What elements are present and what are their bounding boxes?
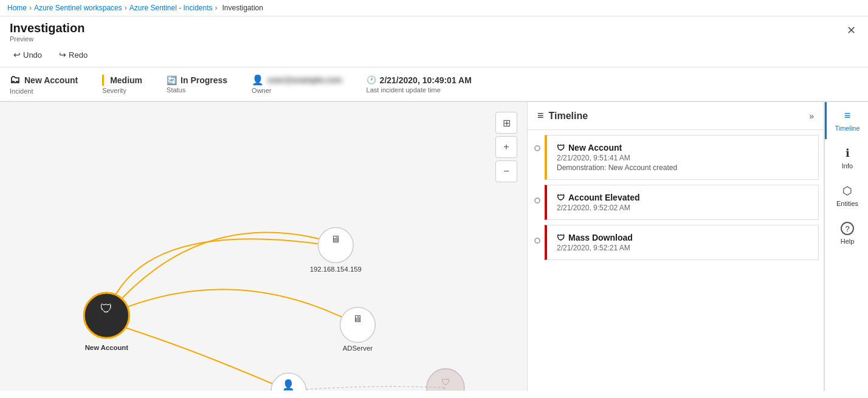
incident-severity: Medium Severity bbox=[102, 75, 142, 94]
breadcrumb-workspaces[interactable]: Azure Sentinel workspaces bbox=[34, 4, 122, 12]
sidebar-item-help[interactable]: ? Help bbox=[825, 214, 868, 252]
graph-controls: ⊞ + − bbox=[495, 112, 517, 182]
incident-type-value: New Account bbox=[24, 75, 78, 85]
breadcrumb: Home › Azure Sentinel workspaces › Azure… bbox=[0, 0, 868, 16]
breadcrumb-current: Investigation bbox=[222, 4, 263, 12]
zoom-in-button[interactable]: + bbox=[495, 136, 517, 158]
incident-severity-value: Medium bbox=[110, 75, 142, 85]
info-nav-icon: ℹ bbox=[846, 146, 850, 160]
svg-text:New Account: New Account bbox=[85, 344, 129, 351]
sidebar-item-info[interactable]: ℹ Info bbox=[825, 139, 868, 177]
shield-icon: 🛡 bbox=[557, 143, 565, 153]
timeline-item-content: 🛡 New Account 2/21/2020, 9:51:41 AM Demo… bbox=[557, 143, 808, 172]
sidebar-item-entities-label: Entities bbox=[836, 200, 858, 207]
side-nav: ≡ Timeline ℹ Info ⬡ Entities ? Help bbox=[824, 102, 868, 391]
toolbar: ↩ Undo ↪ Redo bbox=[0, 45, 868, 67]
right-panel: ≡ Timeline » 🛡 New Account bbox=[528, 102, 868, 391]
breadcrumb-incidents[interactable]: Azure Sentinel - Incidents bbox=[129, 4, 213, 12]
timeline-dot bbox=[534, 145, 540, 151]
timeline-dot bbox=[534, 238, 540, 244]
incident-owner-value: user@example.com bbox=[267, 75, 342, 84]
timeline-item-title-text: New Account bbox=[568, 143, 622, 153]
redo-label: Redo bbox=[69, 50, 88, 60]
timeline-item-title-text: Account Elevated bbox=[568, 193, 639, 202]
timeline-panel: ≡ Timeline » 🛡 New Account bbox=[528, 102, 824, 391]
incident-time-value: 2/21/2020, 10:49:01 AM bbox=[380, 75, 472, 85]
severity-bar bbox=[102, 75, 104, 86]
timeline-item[interactable]: 🛡 New Account 2/21/2020, 9:51:41 AM Demo… bbox=[545, 135, 819, 180]
shield-icon: 🛡 bbox=[557, 233, 565, 242]
incident-owner-label: Owner bbox=[252, 87, 342, 94]
zoom-in-icon: + bbox=[503, 142, 509, 153]
incident-type-label: Incident bbox=[10, 87, 78, 95]
svg-point-1 bbox=[84, 293, 129, 338]
timeline-item-content: 🛡 Account Elevated 2/21/2020, 9:52:02 AM bbox=[557, 193, 808, 212]
timeline-title-text: Timeline bbox=[549, 111, 588, 122]
timeline-list-wrap: 🛡 New Account 2/21/2020, 9:51:41 AM Demo… bbox=[528, 130, 824, 391]
svg-point-7 bbox=[340, 307, 375, 343]
incident-bar: 🗂 New Account Incident Medium Severity 🔄… bbox=[0, 67, 868, 102]
svg-text:🛡: 🛡 bbox=[441, 377, 450, 387]
redo-button[interactable]: ↪ Redo bbox=[55, 47, 91, 62]
incident-status: 🔄 In Progress Status bbox=[167, 75, 227, 94]
graph-area: 🛡 New Account 🖥 192.168.154.159 🖥 ADServ… bbox=[0, 102, 528, 391]
owner-icon: 👤 bbox=[252, 74, 264, 86]
sidebar-item-entities[interactable]: ⬡ Entities bbox=[825, 177, 868, 214]
timeline-item-title-text: Mass Download bbox=[568, 233, 633, 242]
svg-text:🖥: 🖥 bbox=[331, 233, 341, 245]
timeline-dot bbox=[534, 197, 540, 204]
timeline-header: ≡ Timeline » bbox=[528, 102, 824, 130]
shield-icon: 🛡 bbox=[557, 193, 565, 202]
graph-svg: 🛡 New Account 🖥 192.168.154.159 🖥 ADServ… bbox=[0, 102, 527, 391]
breadcrumb-home[interactable]: Home bbox=[7, 4, 27, 12]
timeline-item-time: 2/21/2020, 9:52:02 AM bbox=[557, 204, 808, 212]
expand-button[interactable]: ⊞ bbox=[495, 112, 517, 134]
incident-severity-label: Severity bbox=[102, 87, 142, 94]
time-icon: 🕐 bbox=[367, 75, 376, 84]
sidebar-item-info-label: Info bbox=[842, 162, 853, 170]
timeline-title: ≡ Timeline bbox=[537, 109, 588, 122]
redo-icon: ↪ bbox=[59, 50, 66, 60]
expand-icon: ⊞ bbox=[503, 117, 511, 129]
undo-button[interactable]: ↩ Undo bbox=[10, 47, 46, 62]
svg-text:🖥: 🖥 bbox=[353, 313, 363, 324]
incident-status-label: Status bbox=[167, 86, 227, 94]
incident-status-value: In Progress bbox=[181, 75, 227, 85]
svg-text:🛡: 🛡 bbox=[100, 301, 113, 315]
incident-time-label: Last incident update time bbox=[367, 86, 472, 94]
title-area: Investigation Preview bbox=[10, 21, 84, 43]
timeline-item-time: 2/21/2020, 9:52:21 AM bbox=[557, 244, 808, 252]
svg-text:ADServer: ADServer bbox=[343, 345, 373, 352]
title-bar: Investigation Preview ✕ bbox=[0, 16, 868, 45]
zoom-out-icon: − bbox=[503, 166, 509, 177]
sidebar-item-timeline[interactable]: ≡ Timeline bbox=[825, 102, 868, 139]
incident-type-icon: 🗂 bbox=[10, 74, 21, 86]
zoom-out-button[interactable]: − bbox=[495, 160, 517, 182]
sidebar-item-timeline-label: Timeline bbox=[835, 125, 859, 132]
close-button[interactable]: ✕ bbox=[844, 21, 858, 39]
entities-nav-icon: ⬡ bbox=[842, 184, 852, 197]
undo-label: Undo bbox=[23, 50, 42, 60]
page-title: Investigation bbox=[10, 21, 84, 35]
preview-label: Preview bbox=[10, 35, 84, 43]
status-icon: 🔄 bbox=[167, 75, 177, 85]
help-nav-icon: ? bbox=[841, 222, 854, 235]
svg-point-4 bbox=[318, 228, 353, 263]
timeline-list: 🛡 New Account 2/21/2020, 9:51:41 AM Demo… bbox=[528, 130, 824, 391]
svg-text:👤: 👤 bbox=[282, 379, 295, 391]
sidebar-item-help-label: Help bbox=[841, 238, 855, 245]
timeline-item[interactable]: 🛡 Mass Download 2/21/2020, 9:52:21 AM bbox=[545, 225, 819, 260]
timeline-item-desc: Demonstration: New Account created bbox=[557, 163, 808, 172]
incident-time: 🕐 2/21/2020, 10:49:01 AM Last incident u… bbox=[367, 75, 472, 94]
timeline-expand-button[interactable]: » bbox=[809, 111, 814, 121]
incident-type: 🗂 New Account Incident bbox=[10, 74, 78, 95]
main-content: 🛡 New Account 🖥 192.168.154.159 🖥 ADServ… bbox=[0, 102, 868, 391]
incident-owner: 👤 user@example.com Owner bbox=[252, 74, 342, 94]
undo-icon: ↩ bbox=[13, 50, 21, 60]
timeline-icon: ≡ bbox=[537, 109, 544, 122]
timeline-item-content: 🛡 Mass Download 2/21/2020, 9:52:21 AM bbox=[557, 233, 808, 252]
timeline-nav-icon: ≡ bbox=[844, 109, 851, 122]
svg-text:192.168.154.159: 192.168.154.159 bbox=[310, 266, 362, 273]
timeline-item-time: 2/21/2020, 9:51:41 AM bbox=[557, 154, 808, 162]
timeline-item[interactable]: 🛡 Account Elevated 2/21/2020, 9:52:02 AM bbox=[545, 185, 819, 220]
